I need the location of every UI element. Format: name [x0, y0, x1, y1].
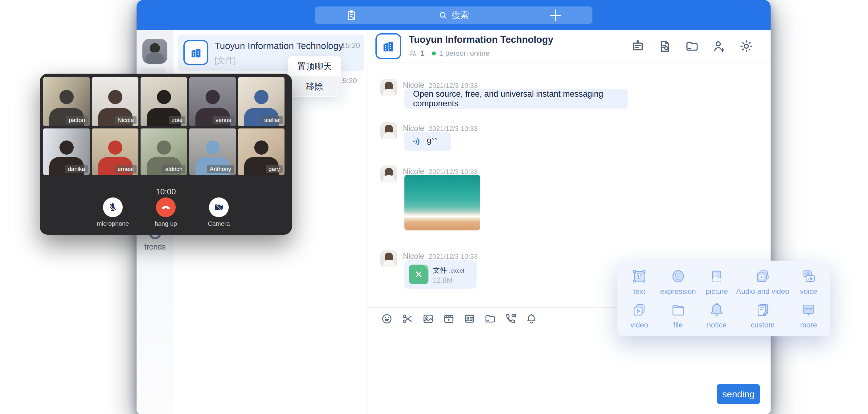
online-status: 1 person online	[439, 49, 490, 58]
conversation-time: 15:20	[338, 76, 357, 85]
panel-item-text[interactable]: text	[620, 265, 659, 298]
call-timer: 10:00	[40, 187, 292, 196]
sidebar-placeholder	[141, 68, 166, 73]
menu-item-remove[interactable]: 移除	[288, 76, 341, 96]
avatar[interactable]	[380, 250, 397, 267]
panel-item-file[interactable]: file	[659, 298, 698, 332]
message-time: 2021/12/3 10:33	[429, 253, 477, 260]
folder-icon[interactable]	[484, 313, 496, 325]
video-call-icon[interactable]	[505, 313, 517, 325]
expression-icon	[670, 268, 686, 285]
sender-name: Nicole	[403, 81, 424, 89]
top-bar: 搜索	[136, 0, 771, 30]
participant-tile[interactable]: patton	[43, 77, 90, 126]
participant-tile[interactable]: aldrich	[141, 128, 187, 175]
menu-item-pin-chat[interactable]: 置顶聊天	[288, 56, 341, 76]
panel-item-more[interactable]: more	[789, 298, 828, 332]
clapper-icon[interactable]	[443, 313, 455, 325]
sender-name: Nicole	[403, 167, 424, 176]
folder-icon[interactable]	[685, 39, 699, 53]
participant-tile[interactable]: Anthony	[189, 128, 236, 175]
participant-tile[interactable]: Nicole	[92, 77, 138, 126]
participant-tile[interactable]: danika	[43, 128, 90, 175]
avatar[interactable]	[380, 122, 397, 139]
search-placeholder: 搜索	[451, 9, 469, 22]
microphone-button[interactable]: microphone	[95, 197, 131, 227]
conversation-last-message: [文件]	[215, 55, 236, 66]
message-header: Nicole2021/12/3 10:33	[403, 252, 478, 261]
camera-muted-icon	[214, 202, 224, 213]
panel-item-voice[interactable]: voice	[789, 265, 828, 298]
voice-icon	[800, 268, 817, 285]
text-message-bubble[interactable]: Open source, free, and universal instant…	[404, 89, 628, 109]
excel-file-icon: ✕	[409, 264, 429, 284]
search-bar[interactable]: 搜索	[315, 6, 592, 24]
text-icon	[631, 268, 648, 285]
announcement-board-icon[interactable]	[631, 39, 645, 53]
mic-muted-icon	[107, 202, 118, 213]
file-size: 12.8M	[433, 276, 453, 285]
search-icon	[438, 10, 448, 20]
hang-up-button[interactable]: hang up	[148, 197, 184, 227]
conversation-time: 15:20	[342, 41, 360, 50]
voice-duration: 9``	[427, 137, 437, 147]
audio-video-icon	[754, 268, 771, 285]
members-icon	[409, 49, 417, 58]
conversation-context-menu: 置顶聊天 移除	[288, 56, 341, 97]
participant-tile[interactable]: gary	[238, 128, 284, 175]
panel-item-picture[interactable]: picture	[697, 265, 736, 298]
image-message-beach[interactable]	[404, 174, 480, 230]
conversation-title: Tuoyun Information Technology	[215, 41, 343, 51]
image-icon[interactable]	[422, 313, 434, 325]
more-icon	[800, 301, 817, 318]
sender-name: Nicole	[403, 124, 424, 132]
message-type-panel: text expression picture Audio and video	[617, 261, 830, 337]
search-history-icon[interactable]	[658, 39, 672, 53]
send-button[interactable]: sending	[717, 384, 760, 404]
panel-item-audio-video[interactable]: Audio and video	[736, 265, 789, 298]
scissors-icon[interactable]	[402, 313, 413, 325]
panel-item-custom[interactable]: custom	[736, 298, 789, 332]
group-building-icon	[375, 33, 401, 59]
message-header: Nicole2021/12/3 10:33	[403, 124, 478, 133]
file-icon	[670, 301, 686, 318]
chat-subline: 1 1 person online	[409, 49, 490, 58]
participant-tile[interactable]: venus	[189, 77, 236, 126]
chat-header: Tuoyun Information Technology 1 1 person…	[367, 30, 771, 63]
sender-name: Nicole	[403, 252, 424, 260]
my-avatar[interactable]	[143, 39, 167, 64]
panel-item-expression[interactable]: expression	[659, 265, 698, 298]
gear-icon[interactable]	[739, 39, 753, 53]
panel-item-video[interactable]: video	[620, 298, 659, 332]
participant-tile[interactable]: stellar	[238, 77, 284, 126]
group-building-icon	[183, 40, 208, 65]
message-time: 2021/12/3 10:33	[429, 82, 477, 89]
file-ext: .excel	[449, 267, 464, 274]
participant-tile[interactable]: zoie	[141, 77, 187, 126]
voice-wave-icon	[412, 136, 422, 147]
voice-message-bubble[interactable]: 9``	[404, 132, 451, 151]
participant-grid: patton Nicole zoie venus stellar danika …	[43, 77, 284, 175]
add-member-icon[interactable]	[712, 39, 726, 53]
member-count: 1	[421, 49, 425, 58]
bell-icon[interactable]	[526, 313, 537, 325]
participant-tile[interactable]: ernest	[92, 128, 138, 175]
avatar[interactable]	[380, 165, 397, 182]
avatar[interactable]	[380, 79, 397, 96]
message-list: Nicole2021/12/3 10:33 Open source, free,…	[367, 64, 771, 414]
chat-panel: Tuoyun Information Technology 1 1 person…	[367, 30, 771, 414]
emoji-icon[interactable]	[381, 313, 393, 325]
camera-button[interactable]: Camera	[201, 197, 237, 227]
online-dot	[432, 52, 436, 56]
message-text: Open source, free, and universal instant…	[413, 89, 620, 108]
message-time: 2021/12/3 10:33	[429, 125, 477, 132]
panel-item-notice[interactable]: notice	[697, 298, 736, 332]
picture-icon	[708, 268, 725, 285]
file-message-bubble[interactable]: ✕ 文件 .excel 12.8M	[404, 260, 476, 289]
video-call-overlay: patton Nicole zoie venus stellar danika …	[40, 74, 292, 235]
file-name: 文件	[433, 266, 447, 274]
id-card-icon[interactable]	[464, 313, 475, 325]
hang-up-icon	[160, 201, 172, 213]
plus-icon[interactable]	[549, 9, 562, 21]
notice-bell-icon	[708, 301, 725, 318]
